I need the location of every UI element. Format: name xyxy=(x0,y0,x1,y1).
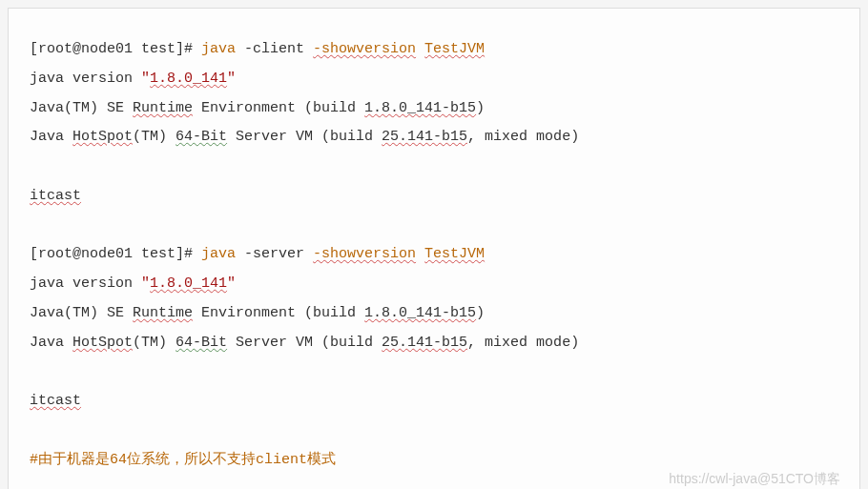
flag-server: -server xyxy=(236,246,313,262)
text: (TM) xyxy=(133,129,176,145)
quote-close: " xyxy=(227,275,236,292)
space xyxy=(416,41,424,57)
version-string: 1.8.0_141 xyxy=(150,71,227,87)
cmd-line-2: [root@node01 test]# java -server -showve… xyxy=(30,240,838,270)
cmd-line-1: [root@node01 test]# java -client -showve… xyxy=(30,35,838,65)
runtime-line-2: Java(TM) SE Runtime Environment (build 1… xyxy=(30,299,838,329)
flag-client: -client xyxy=(236,41,313,57)
text: Environment (build xyxy=(193,100,364,116)
watermark-text: https://cwl-java@51CTO博客 xyxy=(669,465,840,489)
shell-prompt: [root@node01 test]# xyxy=(30,246,201,262)
quote-close: " xyxy=(227,71,236,87)
text: java version xyxy=(30,71,141,87)
blank-line xyxy=(30,417,838,446)
itcast-text: itcast xyxy=(30,393,81,409)
version-line-1: java version "1.8.0_141" xyxy=(30,65,838,94)
hotspot-line-2: Java HotSpot(TM) 64-Bit Server VM (build… xyxy=(30,329,838,358)
text: , mixed mode) xyxy=(467,335,579,351)
text: Environment (build xyxy=(193,305,364,321)
build-num: 1.8.0_141-b15 xyxy=(364,100,476,116)
text: ) xyxy=(476,305,485,321)
code-block: [root@node01 test]# java -client -showve… xyxy=(8,8,860,489)
output-itcast-2: itcast xyxy=(30,387,838,417)
runtime-line-1: Java(TM) SE Runtime Environment (build 1… xyxy=(30,94,838,124)
itcast-text: itcast xyxy=(30,188,81,204)
hotspot-word: HotSpot xyxy=(72,129,133,145)
flag-showversion: -showversion xyxy=(313,41,416,57)
quote-open: " xyxy=(141,71,150,87)
blank-line xyxy=(30,153,838,182)
build-num: 25.141-b15 xyxy=(382,335,467,351)
text: , mixed mode) xyxy=(467,129,579,145)
space xyxy=(416,246,424,262)
build-num: 1.8.0_141-b15 xyxy=(364,305,476,321)
blank-line xyxy=(30,357,838,387)
text: Java(TM) SE xyxy=(30,305,133,321)
arg-testjvm: TestJVM xyxy=(424,246,485,262)
text: java version xyxy=(30,275,141,292)
version-string: 1.8.0_141 xyxy=(150,275,227,292)
cmd-java: java xyxy=(201,41,236,57)
quote-open: " xyxy=(141,275,150,292)
shell-prompt: [root@node01 test]# xyxy=(30,41,201,57)
bit-word: 64-Bit xyxy=(176,129,227,145)
output-itcast-1: itcast xyxy=(30,182,838,212)
hotspot-line-1: Java HotSpot(TM) 64-Bit Server VM (build… xyxy=(30,123,838,153)
text: Server VM (build xyxy=(227,335,382,351)
blank-line xyxy=(30,212,838,241)
runtime-word: Runtime xyxy=(133,100,193,116)
text: Server VM (build xyxy=(227,129,382,145)
text: (TM) xyxy=(133,335,176,351)
text: ) xyxy=(476,100,485,116)
cmd-java: java xyxy=(201,246,236,262)
text: Java xyxy=(30,335,72,351)
arg-testjvm: TestJVM xyxy=(424,41,485,57)
runtime-word: Runtime xyxy=(133,305,193,321)
version-line-2: java version "1.8.0_141" xyxy=(30,270,838,299)
text: Java(TM) SE xyxy=(30,100,133,116)
hotspot-word: HotSpot xyxy=(72,335,133,351)
build-num: 25.141-b15 xyxy=(382,129,467,145)
text: Java xyxy=(30,129,72,145)
bit-word: 64-Bit xyxy=(176,335,227,351)
flag-showversion: -showversion xyxy=(313,246,416,262)
